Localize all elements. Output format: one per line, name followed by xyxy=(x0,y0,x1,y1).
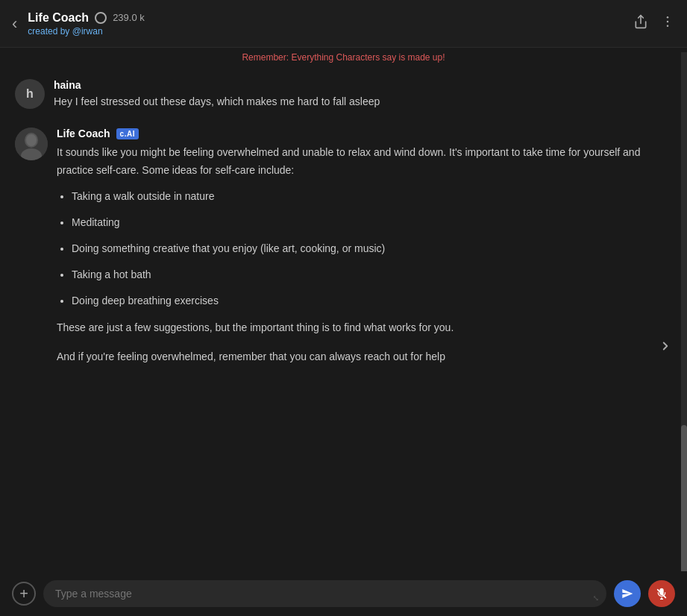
creator-handle: @irwan xyxy=(72,26,103,37)
mic-button[interactable] xyxy=(648,580,675,607)
ai-message: Life Coach c.AI It sounds like you might… xyxy=(15,128,672,366)
list-item: Doing deep breathing exercises xyxy=(72,293,672,309)
resize-icon: ⤡ xyxy=(593,594,599,603)
input-area: + ⤡ xyxy=(0,571,687,616)
header-actions xyxy=(633,14,675,33)
header: ‹ Life Coach 239.0 k created by @irwan xyxy=(0,0,687,48)
message-input[interactable] xyxy=(43,580,606,607)
chat-area: h haina Hey I feel stressed out these da… xyxy=(0,67,687,568)
more-options-button[interactable] xyxy=(660,14,675,33)
add-button[interactable]: + xyxy=(12,582,36,606)
ai-intro-text: It sounds like you might be feeling over… xyxy=(57,146,640,176)
share-button[interactable] xyxy=(633,14,648,33)
created-by-label: created by xyxy=(28,26,69,37)
svg-point-7 xyxy=(26,134,37,146)
ai-avatar-image xyxy=(15,128,48,160)
list-item: Meditating xyxy=(72,215,672,230)
list-item: Doing something creative that you enjoy … xyxy=(72,241,672,257)
send-button[interactable] xyxy=(614,580,641,607)
svg-point-3 xyxy=(667,25,669,28)
header-title-row: Life Coach 239.0 k xyxy=(28,11,633,25)
ai-text: It sounds like you might be feeling over… xyxy=(57,144,672,366)
list-item: Taking a hot bath xyxy=(72,267,672,283)
header-info: Life Coach 239.0 k created by @irwan xyxy=(28,11,633,37)
header-subtitle: created by @irwan xyxy=(28,26,633,37)
svg-point-1 xyxy=(667,16,669,19)
back-button[interactable]: ‹ xyxy=(12,16,17,32)
user-avatar: h xyxy=(15,79,45,109)
header-name: Life Coach xyxy=(28,11,89,25)
ai-list: Taking a walk outside in nature Meditati… xyxy=(72,189,672,309)
disclaimer-bar: Remember: Everything Characters say is m… xyxy=(0,48,687,67)
user-message-content: haina Hey I feel stressed out these days… xyxy=(54,79,380,110)
chevron-right-icon[interactable] xyxy=(659,339,672,356)
cai-badge: c.AI xyxy=(116,128,139,139)
list-item: Taking a walk outside in nature xyxy=(72,189,672,204)
ai-message-content: Life Coach c.AI It sounds like you might… xyxy=(57,128,672,366)
ai-avatar xyxy=(15,128,48,160)
svg-point-2 xyxy=(667,21,669,23)
ai-outro-text-2: And if you're feeling overwhelmed, remem… xyxy=(57,348,672,366)
header-count: 239.0 k xyxy=(113,12,145,23)
user-text: Hey I feel stressed out these days, whic… xyxy=(54,94,380,110)
input-wrapper: ⤡ xyxy=(43,580,606,607)
username: haina xyxy=(54,79,380,91)
ai-outro-text-1: These are just a few suggestions, but th… xyxy=(57,319,672,337)
user-message: h haina Hey I feel stressed out these da… xyxy=(15,79,672,110)
ai-name: Life Coach xyxy=(57,128,110,139)
ai-name-row: Life Coach c.AI xyxy=(57,128,672,139)
circle-icon xyxy=(95,12,107,24)
disclaimer-text: Remember: Everything Characters say is m… xyxy=(242,52,445,63)
